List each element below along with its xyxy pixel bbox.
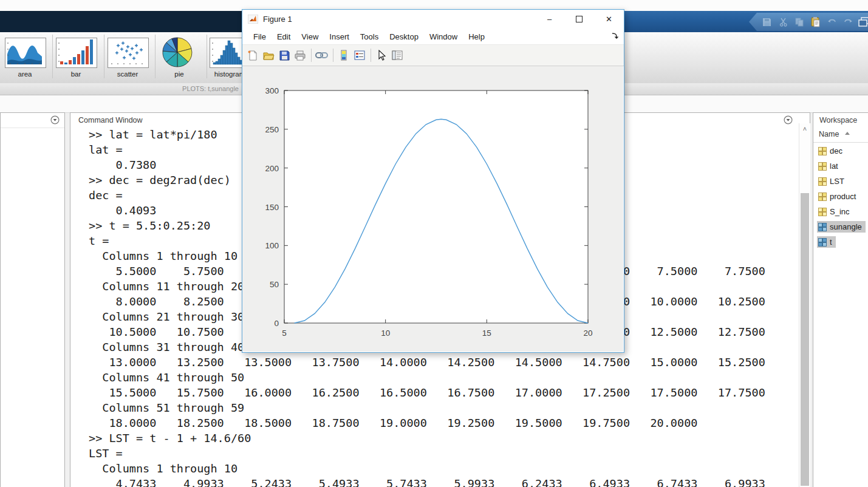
plot-type-bar[interactable] [56,38,97,68]
workspace-variable-dec[interactable]: dec [813,143,868,158]
matlab-figure-icon [248,15,258,24]
workspace-variable-lat[interactable]: lat [813,158,868,174]
figure-menubar: FileEditViewInsertToolsDesktopWindowHelp [242,29,624,45]
workspace-variable-S_inc[interactable]: S_inc [813,204,868,219]
figure-titlebar[interactable]: Figure 1 – ✕ [242,10,624,29]
maximize-icon [576,16,583,22]
panel-menu-icon[interactable] [50,115,60,127]
paste-icon[interactable] [810,16,822,28]
figure-window-title: Figure 1 [263,15,292,24]
close-button[interactable]: ✕ [594,10,624,29]
workspace-variable-t[interactable]: t [813,234,868,250]
edit-plot-icon[interactable] [375,49,388,61]
figure-toolbar [242,45,624,66]
toolbar-separator [371,49,371,62]
matrix-icon [818,208,827,216]
scrollbar-thumb[interactable] [801,193,809,486]
svg-text:300: 300 [265,86,279,95]
svg-text:100: 100 [265,241,279,250]
svg-text:50: 50 [270,280,279,289]
gallery-separator [104,35,104,78]
insert-colorbar-icon[interactable] [337,49,350,61]
plot-type-pie-label: pie [159,70,199,78]
matrix-icon [818,192,827,201]
sort-ascending-icon [845,132,850,135]
workspace-name-column-header[interactable]: Name [813,128,868,143]
svg-text:0: 0 [274,319,279,328]
plot-type-area[interactable] [5,38,46,68]
insert-legend-icon[interactable] [353,49,366,61]
save-figure-icon[interactable] [278,49,290,61]
menu-insert[interactable]: Insert [324,30,355,44]
workspace-title: Workspace [819,116,857,124]
svg-text:200: 200 [265,164,279,173]
gallery-separator [207,35,207,78]
menu-desktop[interactable]: Desktop [384,30,424,44]
svg-text:15: 15 [482,329,491,338]
dock-figure-icon[interactable] [611,32,619,39]
property-inspector-icon[interactable] [391,49,403,61]
plot-type-area-label: area [5,70,45,78]
gallery-separator [155,35,155,78]
svg-text:250: 250 [265,125,279,134]
plots-context-label: PLOTS: t,sunangle [182,85,239,92]
menu-help[interactable]: Help [463,30,490,44]
redo-icon[interactable] [842,16,854,28]
plot-type-bar-label: bar [56,70,96,78]
new-figure-icon[interactable] [246,49,259,61]
command-window-scrollbar[interactable]: ˄ [799,123,810,487]
menu-window[interactable]: Window [424,30,463,44]
menu-edit[interactable]: Edit [272,30,296,44]
svg-text:10: 10 [381,329,390,338]
figure-canvas[interactable]: 5101520050100150200250300 [242,66,623,352]
svg-text:5: 5 [282,329,287,338]
maximize-button[interactable] [564,10,594,29]
workspace-variable-sunangle[interactable]: sunangle [813,219,868,234]
layout-windows-icon[interactable] [858,16,868,28]
cut-icon[interactable] [777,16,790,28]
plot-type-pie[interactable] [159,36,199,68]
open-file-icon[interactable] [262,49,275,61]
command-window-title: Command Window [78,116,143,124]
undo-icon[interactable] [826,16,838,28]
matrix-icon [818,177,827,186]
quick-access-toolbar [749,13,868,31]
current-folder-panel [0,112,65,487]
current-folder-header [1,113,64,128]
panel-menu-icon[interactable] [784,115,793,127]
link-plot-icon[interactable] [315,49,328,61]
svg-text:20: 20 [583,329,592,338]
save-icon[interactable] [761,16,773,28]
minimize-button[interactable]: – [535,10,564,29]
figure-window: Figure 1 – ✕ FileEditViewInsertToolsDesk… [242,9,624,353]
matrix-icon [818,147,827,155]
menu-view[interactable]: View [296,30,324,44]
toolbar-separator [333,49,333,62]
menu-tools[interactable]: Tools [355,30,384,44]
toolbar-separator [311,49,312,62]
plot-type-scatter[interactable] [108,38,149,68]
workspace-panel: Workspace Name dec lat LST product S_inc… [813,112,868,487]
workspace-variable-list: dec lat LST product S_inc sunangle t [813,143,868,250]
menu-file[interactable]: File [248,30,272,44]
matrix-icon [818,162,827,171]
plot-type-scatter-label: scatter [108,70,148,78]
workspace-variable-LST[interactable]: LST [813,174,868,189]
sunangle-plot: 5101520050100150200250300 [242,66,623,352]
name-column-label: Name [819,130,839,138]
scroll-up-icon[interactable]: ˄ [801,124,809,133]
matrix-icon [818,238,827,247]
svg-text:150: 150 [265,203,279,212]
copy-icon[interactable] [793,16,805,28]
workspace-variable-product[interactable]: product [813,189,868,204]
print-figure-icon[interactable] [293,49,306,61]
matrix-icon [818,223,827,231]
gallery-separator [52,35,53,78]
